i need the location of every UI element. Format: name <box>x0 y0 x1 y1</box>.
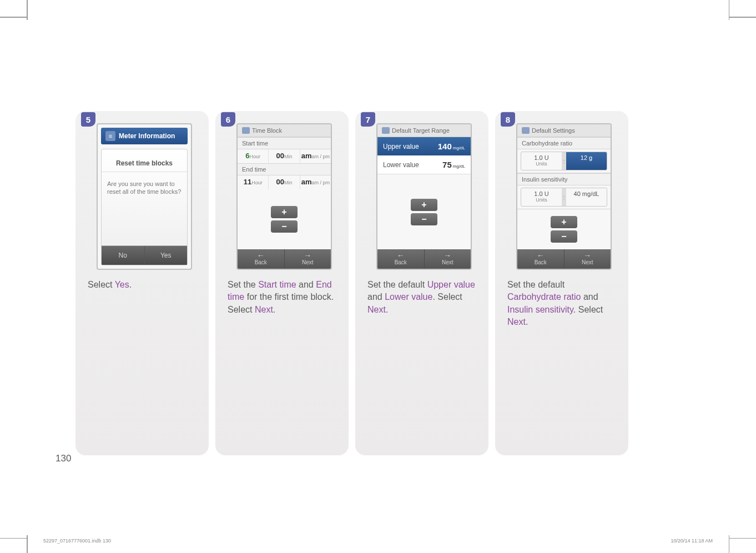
step-card-5: 5 ≡ Meter Information Reset time blocks … <box>75 111 209 455</box>
minus-button[interactable]: − <box>551 230 577 243</box>
device-screen-8: Default Settings Carbohydrate ratio 1.0 … <box>516 123 612 270</box>
step-badge: 5 <box>81 112 95 127</box>
minus-button[interactable]: − <box>411 213 437 225</box>
header-title: Meter Information <box>119 132 175 140</box>
plus-button[interactable]: + <box>271 206 298 218</box>
steps-row: 5 ≡ Meter Information Reset time blocks … <box>75 111 628 455</box>
insulin-section: Insulin sensitivity 1.0 UUnits : 40 mg/d… <box>517 173 611 209</box>
step-caption: Select Yes. <box>88 279 201 291</box>
crop-mark <box>27 0 28 20</box>
insulin-sens-label: Insulin sensitivity <box>517 173 611 185</box>
end-time-label: End time <box>238 163 331 175</box>
crop-mark <box>27 535 28 553</box>
timeblock-icon <box>242 127 250 134</box>
plus-minus-area: + − <box>238 189 331 249</box>
carb-ratio-label: Carbohydrate ratio <box>517 137 611 149</box>
dialog-message: Are you sure you want to reset all of th… <box>102 172 187 204</box>
nav-row: ←Back →Next <box>238 249 331 269</box>
device-screen-5: ≡ Meter Information Reset time blocks Ar… <box>97 123 192 270</box>
carb-ratio-row[interactable]: 1.0 UUnits : 12 g <box>521 152 607 170</box>
start-time-row[interactable]: 6Hour 00Min amam / pm <box>238 149 331 163</box>
footer-file: 52297_07167776001.indb 130 <box>43 538 111 544</box>
ratio-colon-icon: : <box>562 188 566 206</box>
insulin-sens-row[interactable]: 1.0 UUnits : 40 mg/dL <box>521 188 607 207</box>
step-badge: 7 <box>361 112 375 127</box>
crop-mark <box>729 17 756 18</box>
dialog-buttons: No Yes <box>102 245 187 265</box>
start-time-label: Start time <box>238 137 331 149</box>
minus-button[interactable]: − <box>271 220 298 233</box>
step-caption: Set the default Upper value and Lower va… <box>367 279 481 316</box>
step-badge: 8 <box>501 112 515 127</box>
crop-mark <box>729 538 756 539</box>
manual-page: 5 ≡ Meter Information Reset time blocks … <box>0 0 756 553</box>
back-button[interactable]: ←Back <box>377 249 425 269</box>
screen-title: Default Settings <box>517 124 611 137</box>
dialog-title: Reset time blocks <box>102 149 187 172</box>
back-button[interactable]: ←Back <box>238 249 285 269</box>
next-button[interactable]: →Next <box>285 249 331 269</box>
screen-header: ≡ Meter Information <box>101 128 188 144</box>
meter-icon: ≡ <box>105 131 115 141</box>
page-number: 130 <box>56 453 71 464</box>
screen-title: Time Block <box>238 124 331 137</box>
step-badge: 6 <box>221 112 235 127</box>
print-footer: 52297_07167776001.indb 130 10/20/14 11:1… <box>43 538 713 544</box>
screen-title: Default Target Range <box>377 124 471 137</box>
ratio-colon-icon: : <box>562 152 566 170</box>
lower-value-label: Lower value <box>383 161 419 169</box>
step-card-7: 7 Default Target Range Upper value 140mg… <box>355 111 488 455</box>
nav-row: ←Back →Next <box>377 249 471 269</box>
upper-value-row[interactable]: Upper value 140mg/dL <box>377 137 471 155</box>
yes-button[interactable]: Yes <box>145 246 188 265</box>
no-button[interactable]: No <box>102 246 145 265</box>
device-screen-7: Default Target Range Upper value 140mg/d… <box>376 123 472 270</box>
upper-value-label: Upper value <box>383 143 419 150</box>
plus-button[interactable]: + <box>551 216 577 228</box>
footer-date: 10/20/14 11:18 AM <box>671 538 713 544</box>
step-card-8: 8 Default Settings Carbohydrate ratio 1.… <box>495 111 628 455</box>
crop-mark <box>0 17 27 18</box>
carb-section: Carbohydrate ratio 1.0 UUnits : 12 g <box>517 137 611 173</box>
end-time-row[interactable]: 11Hour 00Min amam / pm <box>238 175 331 189</box>
next-button[interactable]: →Next <box>565 249 611 269</box>
step-caption: Set the default Carbohydrate ratio and I… <box>507 279 621 329</box>
step-caption: Set the Start time and End time for the … <box>228 279 341 316</box>
plus-minus-area: + − <box>517 209 611 249</box>
plus-button[interactable]: + <box>411 199 437 211</box>
next-button[interactable]: →Next <box>425 249 471 269</box>
settings-icon <box>522 127 530 134</box>
dialog-body: Reset time blocks Are you sure you want … <box>101 149 188 265</box>
target-icon <box>382 127 390 134</box>
back-button[interactable]: ←Back <box>517 249 565 269</box>
lower-value-row[interactable]: Lower value 75mg/dL <box>377 155 471 174</box>
step-card-6: 6 Time Block Start time 6Hour 00Min amam… <box>215 111 349 455</box>
plus-minus-area: + − <box>377 174 471 249</box>
crop-mark <box>0 538 27 539</box>
nav-row: ←Back →Next <box>517 249 611 269</box>
device-screen-6: Time Block Start time 6Hour 00Min amam /… <box>236 123 332 270</box>
